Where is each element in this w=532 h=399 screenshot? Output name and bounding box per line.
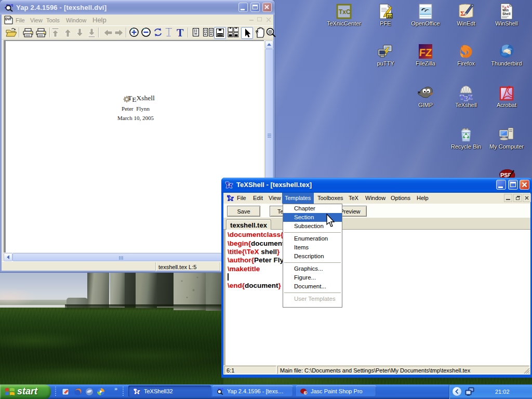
- svg-text:Win: Win: [502, 8, 509, 12]
- svg-text:Shell: Shell: [502, 12, 511, 16]
- svg-text:32: 32: [388, 14, 392, 19]
- svg-text:TxC: TxC: [339, 8, 351, 16]
- svg-text:TEX: TEX: [460, 94, 473, 101]
- svg-text:T: T: [177, 27, 184, 38]
- svg-text:8: 8: [304, 391, 307, 395]
- svg-text:DVI: DVI: [5, 17, 11, 21]
- svg-text:FZ: FZ: [419, 47, 432, 58]
